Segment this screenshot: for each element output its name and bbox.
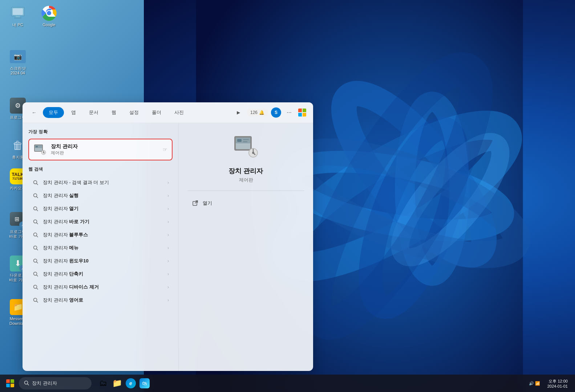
- web-search-item-6[interactable]: 장치 관리자 윈도우10 ›: [28, 254, 173, 268]
- svg-line-23: [37, 184, 38, 185]
- tab-doc[interactable]: 문서: [83, 107, 104, 118]
- svg-rect-10: [13, 8, 23, 15]
- desktop-icon-recycle-label: 휴지통: [12, 155, 24, 160]
- taskbar-right: 🔊 📶 오후 12:00 2024-01-01: [526, 377, 571, 390]
- search-header-right: ▶ 126 🔔 S ···: [234, 107, 307, 118]
- result-name-large: 장치 관리자: [228, 167, 263, 175]
- chevron-7: ›: [167, 271, 169, 277]
- taskbar-system-icons[interactable]: 🔊 📶: [526, 380, 543, 387]
- taskbar-store-icon[interactable]: 🛍: [139, 377, 150, 389]
- search-icon-2: [32, 205, 39, 212]
- web-search-item-5[interactable]: 장치 관리자 메뉴 ›: [28, 241, 173, 254]
- search-right-panel: 장치 관리자 제어판 열기: [179, 123, 313, 371]
- web-search-item-text-8: 장치 관리자 디바이스 제거: [43, 284, 167, 290]
- best-match-name: 장치 관리자: [51, 143, 163, 150]
- search-count-badge: 126 🔔: [247, 109, 268, 117]
- search-header: ← 모두 앱 문서 웹 설정 폴더 사진 ▶ 126 🔔 S ···: [23, 102, 313, 123]
- web-search-item-1[interactable]: 장치 관리자 실행 ›: [28, 189, 173, 202]
- web-search-item-text-9: 장치 관리자 영어로: [43, 297, 167, 303]
- taskbar-clock[interactable]: 오후 12:00 2024-01-01: [544, 377, 571, 390]
- tab-app[interactable]: 앱: [65, 107, 82, 118]
- tab-all[interactable]: 모두: [43, 107, 64, 118]
- best-match-icon: [33, 143, 46, 156]
- search-icon-1: [32, 192, 39, 199]
- taskbar-app-icons: 🗂 📁 e 🛍: [97, 377, 150, 389]
- desktop-icon-chrome[interactable]: Google: [36, 4, 62, 29]
- search-icon-7: [32, 270, 39, 278]
- play-button[interactable]: ▶: [234, 107, 244, 118]
- svg-rect-45: [237, 139, 242, 142]
- search-back-button[interactable]: ←: [28, 107, 40, 118]
- tab-web[interactable]: 웹: [106, 107, 122, 118]
- taskbar-search-icon: [24, 380, 29, 387]
- desktop-icon-my-pc-label: 내 PC: [12, 23, 23, 27]
- taskbar: 장치 관리자 🗂 📁 e 🛍 🔊 📶 오: [0, 375, 575, 392]
- chevron-1: ›: [167, 193, 169, 198]
- result-action-open-label: 열기: [203, 200, 212, 207]
- svg-line-53: [28, 384, 29, 385]
- svg-point-21: [43, 152, 44, 153]
- desktop-icon-screenshot[interactable]: 📷 스크린샷 2024 04: [5, 47, 31, 77]
- search-icon-6: [32, 257, 39, 265]
- svg-line-35: [37, 262, 38, 264]
- search-left-panel: 가장 정확: [23, 123, 179, 371]
- best-match-item[interactable]: 장치 관리자 제어판 ☞: [28, 139, 173, 160]
- user-avatar[interactable]: S: [271, 107, 281, 118]
- svg-line-27: [37, 210, 38, 211]
- result-type-large: 제어판: [239, 177, 253, 183]
- web-search-item-0[interactable]: 장치 관리자 - 검색 결과 더 보기 ›: [28, 176, 173, 189]
- windows-logo-button[interactable]: [297, 107, 307, 118]
- svg-line-51: [195, 201, 198, 203]
- svg-line-41: [37, 301, 38, 303]
- web-search-item-text-4: 장치 관리자 블루투스: [43, 232, 167, 238]
- search-icon-0: [32, 179, 39, 186]
- svg-line-25: [37, 197, 38, 198]
- search-panel: ← 모두 앱 문서 웹 설정 폴더 사진 ▶ 126 🔔 S ···: [23, 102, 313, 371]
- web-search-item-4[interactable]: 장치 관리자 블루투스 ›: [28, 228, 173, 241]
- chevron-0: ›: [167, 180, 169, 185]
- desktop-icon-screenshot-label: 스크린샷 2024 04: [10, 66, 26, 75]
- result-action-open[interactable]: 열기: [187, 197, 304, 210]
- web-search-item-text-7: 장치 관리자 단축키: [43, 271, 167, 277]
- web-search-item-text-5: 장치 관리자 메뉴: [43, 245, 167, 251]
- svg-rect-12: [14, 17, 21, 19]
- more-button[interactable]: ···: [284, 107, 294, 118]
- taskbar-file-manager-icon[interactable]: 📁: [111, 377, 123, 389]
- svg-line-37: [37, 275, 38, 277]
- web-search-item-2[interactable]: 장치 관리자 열기 ›: [28, 202, 173, 215]
- result-divider: [187, 191, 304, 191]
- taskbar-search-text: 장치 관리자: [32, 380, 57, 387]
- web-search-item-text-6: 장치 관리자 윈도우10: [43, 258, 167, 264]
- best-match-section-title: 가장 정확: [28, 129, 173, 135]
- chevron-5: ›: [167, 245, 169, 250]
- best-match-info: 장치 관리자 제어판: [51, 143, 163, 156]
- desktop-icon-my-pc[interactable]: 내 PC: [5, 4, 31, 29]
- chevron-2: ›: [167, 206, 169, 211]
- svg-rect-46: [243, 139, 249, 140]
- tab-photo[interactable]: 사진: [169, 107, 190, 118]
- search-icon-4: [32, 231, 39, 238]
- svg-point-49: [252, 152, 254, 154]
- web-search-item-3[interactable]: 장치 관리자 바로 가기 ›: [28, 215, 173, 228]
- svg-line-29: [37, 223, 38, 224]
- taskbar-search-bar[interactable]: 장치 관리자: [19, 377, 92, 389]
- search-content: 가장 정확: [23, 123, 313, 371]
- svg-line-39: [37, 288, 38, 290]
- taskbar-edge-icon[interactable]: e: [125, 377, 137, 389]
- web-search-section-title: 웹 검색: [28, 166, 173, 172]
- desktop: 내 PC Google 📷 스크린샷 2024 04 ⚙ 프로그램: [0, 0, 575, 392]
- svg-rect-19: [36, 146, 38, 147]
- search-icon-5: [32, 244, 39, 252]
- web-search-item-9[interactable]: 장치 관리자 영어로 ›: [28, 294, 173, 307]
- taskbar-file-explorer-icon[interactable]: 🗂: [97, 377, 109, 389]
- desktop-icon-chrome-label: Google: [42, 23, 55, 27]
- search-icon-8: [32, 283, 39, 291]
- web-search-item-7[interactable]: 장치 관리자 단축키 ›: [28, 268, 173, 281]
- taskbar-start-button[interactable]: [4, 377, 16, 389]
- search-icon-3: [32, 218, 39, 225]
- tab-settings[interactable]: 설정: [123, 107, 145, 118]
- web-search-item-8[interactable]: 장치 관리자 디바이스 제거 ›: [28, 281, 173, 294]
- tab-folder[interactable]: 폴더: [146, 107, 167, 118]
- web-search-item-text-2: 장치 관리자 열기: [43, 205, 167, 212]
- web-search-item-text-1: 장치 관리자 실행: [43, 192, 167, 199]
